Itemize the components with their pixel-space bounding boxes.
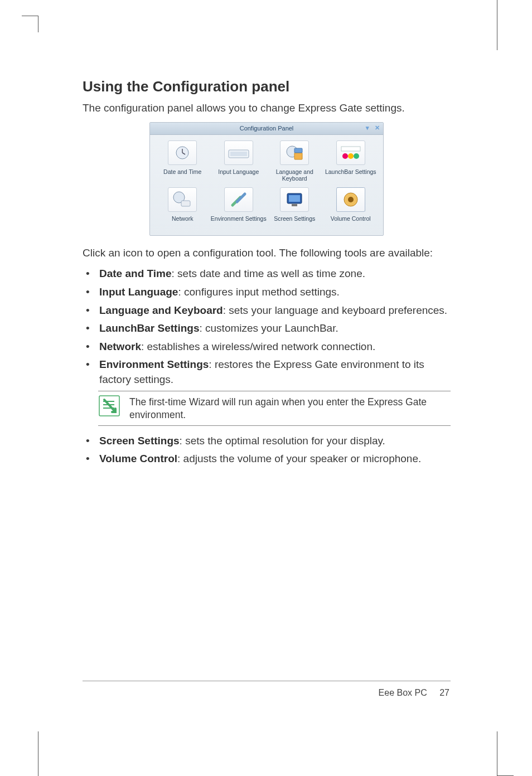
config-item[interactable]: Network [154, 187, 211, 229]
crop-mark [38, 16, 55, 32]
close-icon[interactable]: ✕ [373, 124, 381, 132]
page-footer: Eee Box PC 27 [379, 688, 449, 698]
list-item-desc: : configures input method settings. [178, 286, 339, 298]
config-item[interactable]: Input Language [211, 140, 267, 182]
list-item-term: Input Language [99, 286, 178, 298]
config-item-label: Input Language [218, 168, 259, 182]
config-item[interactable]: Environment Settings [211, 187, 267, 229]
footer-rule [83, 681, 451, 681]
note-icon [98, 395, 120, 417]
config-panel-titlebar: Configuration Panel ▾ ✕ [150, 123, 383, 135]
monitor-icon [280, 187, 309, 212]
list-item-term: Volume Control [99, 453, 177, 464]
config-item-label: Screen Settings [274, 215, 315, 229]
list-item-term: Network [99, 341, 141, 352]
speaker-icon [336, 187, 365, 212]
list-item: Volume Control: adjusts the volume of yo… [83, 452, 451, 467]
window-controls: ▾ ✕ [364, 124, 381, 132]
clock-icon [168, 140, 197, 165]
svg-point-8 [348, 153, 354, 159]
config-item-label: Date and Time [163, 168, 201, 182]
section-heading: Using the Configuration panel [83, 78, 451, 95]
config-item-label: Environment Settings [211, 215, 267, 229]
footer-product: Eee Box PC [379, 688, 427, 697]
svg-point-16 [348, 197, 354, 202]
list-item-term: Screen Settings [99, 435, 180, 447]
list-item-term: Language and Keyboard [99, 304, 223, 316]
list-item-desc: : establishes a wireless/wired network c… [141, 341, 375, 352]
list-item-term: LaunchBar Settings [99, 322, 199, 334]
bullet-list-1: Date and Time: sets date and time as wel… [83, 266, 451, 387]
config-panel-figure: Configuration Panel ▾ ✕ Date and TimeInp… [83, 122, 451, 236]
intro-paragraph: The configuration panel allows you to ch… [83, 101, 451, 115]
after-panel-paragraph: Click an icon to open a configuration to… [83, 246, 451, 260]
list-item: Screen Settings: sets the optimal resolu… [83, 434, 451, 449]
list-item-desc: : customizes your LaunchBar. [199, 322, 338, 334]
config-item[interactable]: LaunchBar Settings [323, 140, 379, 182]
config-item-label: Volume Control [331, 215, 371, 229]
config-item[interactable]: Volume Control [323, 187, 379, 229]
list-item-term: Environment Settings [99, 358, 209, 370]
launchbar-icon [336, 140, 365, 165]
config-item-label: LaunchBar Settings [325, 168, 376, 182]
footer-page-number: 27 [439, 688, 449, 697]
list-item: Network: establishes a wireless/wired ne… [83, 340, 451, 355]
config-panel-window: Configuration Panel ▾ ✕ Date and TimeInp… [149, 122, 384, 236]
list-item-desc: : sets date and time as well as time zon… [172, 268, 365, 279]
svg-rect-5 [294, 148, 302, 153]
list-item-desc: : adjusts the volume of your speaker or … [177, 453, 421, 464]
minimize-icon[interactable]: ▾ [364, 124, 371, 132]
config-item-label: Language and Keyboard [267, 168, 323, 182]
svg-rect-2 [230, 152, 247, 156]
config-panel-title: Configuration Panel [240, 125, 294, 132]
crop-mark [497, 731, 497, 776]
crop-mark [38, 731, 38, 776]
list-item: Language and Keyboard: sets your languag… [83, 303, 451, 318]
list-item-desc: : sets your language and keyboard prefer… [223, 304, 447, 316]
bullet-list-2: Screen Settings: sets the optimal resolu… [83, 434, 451, 467]
keyboard-icon [224, 140, 253, 165]
globe-kb-icon [280, 140, 309, 165]
note-text: The first-time Wizard will run again whe… [129, 395, 451, 422]
config-panel-grid: Date and TimeInput LanguageLanguage and … [150, 135, 383, 235]
svg-rect-4 [294, 153, 302, 159]
network-icon [168, 187, 197, 212]
svg-point-7 [342, 153, 348, 159]
list-item: Date and Time: sets date and time as wel… [83, 266, 451, 282]
crop-mark [497, 0, 497, 50]
tools-icon [224, 187, 253, 212]
svg-rect-14 [292, 204, 297, 206]
list-item-desc: : sets the optimal resolution for your d… [180, 435, 385, 447]
svg-point-9 [354, 153, 359, 159]
svg-rect-6 [341, 147, 360, 151]
list-item: Environment Settings: restores the Expre… [83, 357, 451, 387]
config-item[interactable]: Screen Settings [267, 187, 323, 229]
list-item: LaunchBar Settings: customizes your Laun… [83, 321, 451, 336]
list-item: Input Language: configures input method … [83, 285, 451, 300]
page-content: Using the Configuration panel The config… [83, 78, 451, 470]
svg-rect-13 [289, 195, 300, 202]
svg-rect-11 [181, 201, 190, 206]
config-item[interactable]: Date and Time [154, 140, 211, 182]
list-item-term: Date and Time [99, 268, 172, 279]
config-item-label: Network [172, 215, 194, 229]
config-item[interactable]: Language and Keyboard [267, 140, 323, 182]
note-block: The first-time Wizard will run again whe… [98, 391, 451, 426]
